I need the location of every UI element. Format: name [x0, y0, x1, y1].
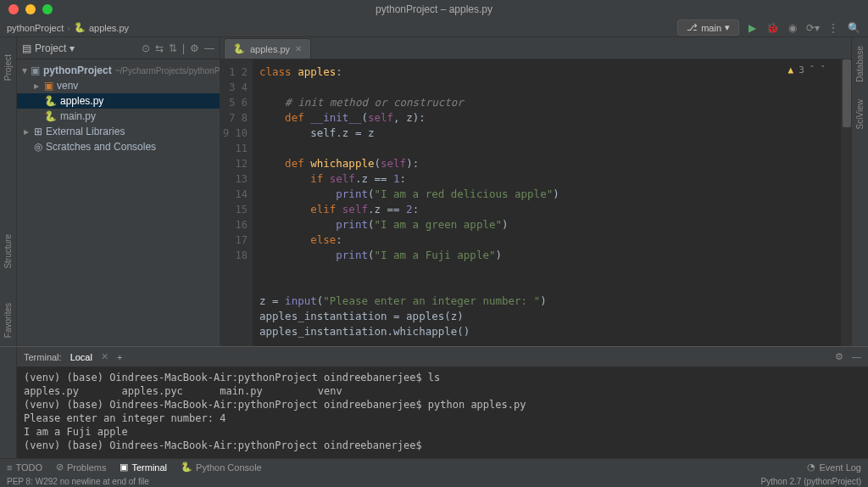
hide-icon[interactable]: —	[204, 42, 214, 54]
problems-tool-button[interactable]: ⊘Problems	[56, 462, 106, 473]
more-run-options-button[interactable]: ⟳▾	[805, 20, 821, 36]
breadcrumb-project[interactable]: pythonProject	[7, 23, 64, 33]
window-title: pythonProject – apples.py	[0, 3, 868, 15]
python-file-icon: 🐍	[74, 22, 86, 33]
code-text[interactable]: class apples: # init method or construct…	[253, 59, 851, 346]
favorites-tool-button[interactable]: Favorites	[3, 303, 13, 338]
navigation-bar: pythonProject › 🐍 apples.py ⎇ main ▾ ▶ 🐞…	[0, 19, 868, 37]
branch-name: main	[701, 23, 721, 33]
chevron-down-icon[interactable]: ˇ	[820, 64, 826, 76]
collapse-all-icon[interactable]: ⇅	[169, 42, 177, 54]
python-console-tool-button[interactable]: 🐍Python Console	[181, 462, 262, 473]
scratches-label: Scratches and Consoles	[46, 141, 156, 153]
git-branch-selector[interactable]: ⎇ main ▾	[677, 20, 739, 36]
expand-all-icon[interactable]: ⇆	[155, 42, 164, 54]
status-bar: PEP 8: W292 no newline at end of file Py…	[0, 475, 868, 487]
terminal-tool-button[interactable]: ▣Terminal	[120, 462, 167, 473]
sciview-tool-button[interactable]: SciView	[855, 99, 865, 129]
tree-root[interactable]: ▾ ▣ pythonProject ~/PycharmProjects/pyth…	[17, 63, 220, 78]
terminal-header: Terminal: Local ✕ + ⚙ —	[17, 347, 868, 367]
sidebar-actions: ⊙ ⇆ ⇅ | ⚙ —	[142, 42, 214, 54]
right-gutter: Database SciView	[851, 37, 868, 346]
chevron-right-icon: ▸	[32, 81, 41, 90]
warning-count: 3	[798, 64, 804, 76]
breadcrumb-file[interactable]: apples.py	[89, 23, 129, 33]
status-interpreter[interactable]: Python 2.7 (pythonProject)	[761, 477, 861, 486]
tab-label: apples.py	[250, 44, 290, 54]
terminal-left-gutter	[0, 347, 17, 458]
run-button[interactable]: ▶	[744, 20, 760, 36]
python-file-icon: 🐍	[233, 43, 245, 54]
sidebar-title-group[interactable]: ▤ Project ▾	[22, 42, 75, 54]
hide-terminal-icon[interactable]: —	[852, 351, 861, 362]
python-file-icon: 🐍	[44, 95, 57, 107]
sidebar-separator: |	[182, 42, 185, 54]
add-terminal-tab-icon[interactable]: +	[117, 352, 122, 362]
terminal-panel: Terminal: Local ✕ + ⚙ — (venv) (base) Oi…	[0, 346, 868, 458]
run-toolbar: ⎇ main ▾ ▶ 🐞 ◉ ⟳▾ ⋮ 🔍	[677, 20, 861, 36]
project-view-icon: ▤	[22, 42, 31, 54]
tree-file-main[interactable]: 🐍 main.py	[17, 109, 220, 124]
terminal-output[interactable]: (venv) (base) Oindrees-MacBook-Air:pytho…	[17, 367, 868, 458]
file-label: apples.py	[60, 95, 103, 107]
project-path: ~/PycharmProjects/pythonProje	[115, 66, 220, 76]
terminal-tab-local[interactable]: Local	[70, 352, 92, 362]
log-icon: ◔	[807, 462, 815, 473]
chevron-down-icon: ▾	[22, 66, 27, 75]
sidebar-title: Project	[35, 42, 66, 54]
warning-icon: ▲	[788, 64, 794, 76]
inspection-badge[interactable]: ▲ 3 ˆ ˇ	[788, 64, 826, 76]
todo-tool-button[interactable]: ≡TODO	[7, 462, 42, 473]
code-area[interactable]: 1 2 3 4 5 6 7 8 9 10 11 12 13 14 15 16 1…	[220, 59, 851, 346]
toolbar-separator: ⋮	[826, 20, 841, 36]
editor-tab-apples[interactable]: 🐍 apples.py ✕	[224, 38, 311, 59]
breadcrumb: pythonProject › 🐍 apples.py	[7, 22, 129, 33]
tree-scratches[interactable]: ◎ Scratches and Consoles	[17, 139, 220, 154]
debug-button[interactable]: 🐞	[765, 20, 780, 36]
terminal-settings-icon[interactable]: ⚙	[835, 351, 843, 362]
main-area: Project Structure Favorites ▤ Project ▾ …	[0, 37, 868, 346]
search-everywhere-button[interactable]: 🔍	[846, 20, 861, 36]
external-label: External Libraries	[46, 126, 125, 137]
chevron-right-icon: ▸	[22, 127, 31, 136]
scrollbar-track[interactable]	[841, 59, 851, 346]
project-tree: ▾ ▣ pythonProject ~/PycharmProjects/pyth…	[17, 59, 220, 158]
project-name: pythonProject	[43, 64, 112, 76]
close-tab-icon[interactable]: ✕	[295, 44, 302, 53]
project-tool-button[interactable]: Project	[3, 54, 13, 81]
python-file-icon: 🐍	[44, 110, 57, 122]
titlebar: pythonProject – apples.py	[0, 0, 868, 19]
tool-window-bar: ≡TODO ⊘Problems ▣Terminal 🐍Python Consol…	[0, 458, 868, 475]
tree-external[interactable]: ▸ ⊞ External Libraries	[17, 124, 220, 139]
python-icon: 🐍	[181, 462, 192, 473]
scrollbar-thumb[interactable]	[843, 59, 851, 127]
line-numbers: 1 2 3 4 5 6 7 8 9 10 11 12 13 14 15 16 1…	[220, 59, 253, 346]
branch-icon: ⎇	[687, 22, 698, 33]
terminal-title: Terminal:	[24, 352, 62, 362]
database-tool-button[interactable]: Database	[855, 46, 865, 82]
project-sidebar: ▤ Project ▾ ⊙ ⇆ ⇅ | ⚙ — ▾ ▣ pythonProjec…	[17, 37, 220, 346]
file-label: main.py	[60, 110, 96, 122]
settings-icon[interactable]: ⚙	[190, 42, 199, 54]
todo-icon: ≡	[7, 462, 12, 473]
chevron-up-icon[interactable]: ˆ	[810, 64, 815, 76]
close-terminal-tab-icon[interactable]: ✕	[101, 351, 108, 362]
tree-file-apples[interactable]: 🐍 apples.py	[17, 93, 220, 109]
structure-tool-button[interactable]: Structure	[3, 234, 13, 269]
left-gutter: Project Structure Favorites	[0, 37, 17, 346]
editor-tabs: 🐍 apples.py ✕	[220, 37, 851, 59]
tree-venv[interactable]: ▸ ▣ venv	[17, 78, 220, 93]
event-log-button[interactable]: ◔Event Log	[807, 462, 861, 473]
venv-label: venv	[57, 80, 78, 92]
library-icon: ⊞	[34, 126, 42, 137]
run-with-coverage-button[interactable]: ◉	[785, 20, 800, 36]
chevron-down-icon: ▾	[725, 22, 730, 33]
folder-icon: ▣	[44, 80, 53, 92]
chevron-down-icon: ▾	[70, 42, 75, 54]
folder-icon: ▣	[31, 64, 40, 76]
scratch-icon: ◎	[34, 141, 42, 153]
editor: 🐍 apples.py ✕ 1 2 3 4 5 6 7 8 9 10 11 12…	[220, 37, 851, 346]
terminal-icon: ▣	[120, 462, 128, 473]
sidebar-header: ▤ Project ▾ ⊙ ⇆ ⇅ | ⚙ —	[17, 37, 220, 59]
select-opened-file-icon[interactable]: ⊙	[142, 42, 150, 54]
